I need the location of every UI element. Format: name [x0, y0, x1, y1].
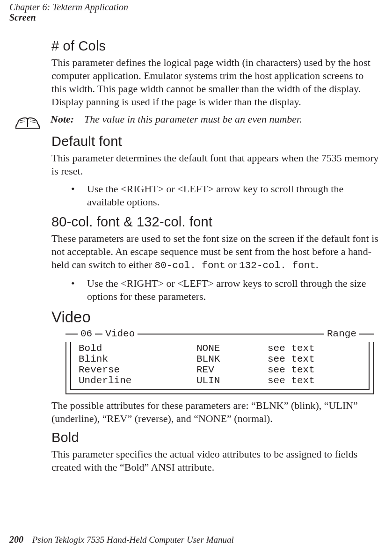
heading-num-of-cols: # of Cols [51, 38, 379, 53]
heading-video: Video [51, 309, 379, 326]
book-icon [14, 113, 41, 130]
page-number: 200 [9, 534, 23, 545]
param-value: ULIN [194, 375, 265, 386]
table-row: Blink BLNK see text [76, 354, 364, 364]
page-content: # of Cols This parameter defines the log… [51, 38, 379, 479]
runhead-section: Screen [9, 12, 128, 22]
code: 80-col. font [155, 260, 225, 271]
param-name: Reverse [76, 364, 194, 375]
param-value: BLNK [194, 354, 265, 364]
footer-text: Psion Teklogix 7535 Hand-Held Computer U… [32, 535, 234, 545]
note: Note: The value in this parameter must b… [14, 113, 379, 130]
box-label: Video [102, 328, 138, 339]
table-row: Underline ULIN see text [76, 375, 364, 386]
paragraph: This parameter specifies the actual vide… [51, 448, 379, 474]
param-range: see text [265, 364, 364, 375]
param-name: Underline [76, 375, 194, 386]
runhead-chapter: Chapter 6: Tekterm Application [9, 2, 128, 12]
page-footer: 200 Psion Teklogix 7535 Hand-Held Comput… [9, 534, 234, 545]
table-row: Reverse REV see text [76, 364, 364, 375]
param-name: Bold [76, 343, 194, 354]
paragraph: These parameters are used to set the fon… [51, 232, 379, 272]
heading-80-132-font: 80-col. font & 132-col. font [51, 214, 379, 229]
box-title-bar: 06 Video Range [65, 328, 374, 339]
heading-bold: Bold [51, 430, 379, 445]
code: 132-col. font [239, 260, 316, 271]
bullet-list: Use the <RIGHT> or <LEFT> arrow key to s… [71, 182, 379, 209]
list-item: Use the <RIGHT> or <LEFT> arrow key to s… [71, 182, 379, 209]
param-range: see text [265, 343, 364, 354]
video-settings-box: 06 Video Range Bold NONE see text Blink … [65, 328, 374, 394]
note-text: Note: The value in this parameter must b… [51, 113, 302, 125]
paragraph: This parameter determines the default fo… [51, 152, 379, 178]
running-head: Chapter 6: Tekterm Application Screen [9, 2, 128, 22]
text: or [228, 259, 239, 270]
paragraph: The possible attributes for these parame… [51, 399, 379, 425]
video-table: Bold NONE see text Blink BLNK see text R… [76, 343, 364, 386]
note-label: Note: [51, 113, 74, 125]
param-range: see text [265, 354, 364, 364]
box-number: 06 [78, 328, 95, 339]
heading-default-font: Default font [51, 134, 379, 149]
paragraph: This parameter defines the logical page … [51, 56, 379, 109]
text: . [316, 259, 319, 270]
param-value: REV [194, 364, 265, 375]
box-range-label: Range [324, 328, 359, 339]
bullet-list: Use the <RIGHT> or <LEFT> arrow keys to … [71, 277, 379, 303]
param-range: see text [265, 375, 364, 386]
param-value: NONE [194, 343, 265, 354]
list-item: Use the <RIGHT> or <LEFT> arrow keys to … [71, 277, 379, 303]
table-row: Bold NONE see text [76, 343, 364, 354]
note-body: The value in this parameter must be an e… [84, 113, 302, 125]
param-name: Blink [76, 354, 194, 364]
